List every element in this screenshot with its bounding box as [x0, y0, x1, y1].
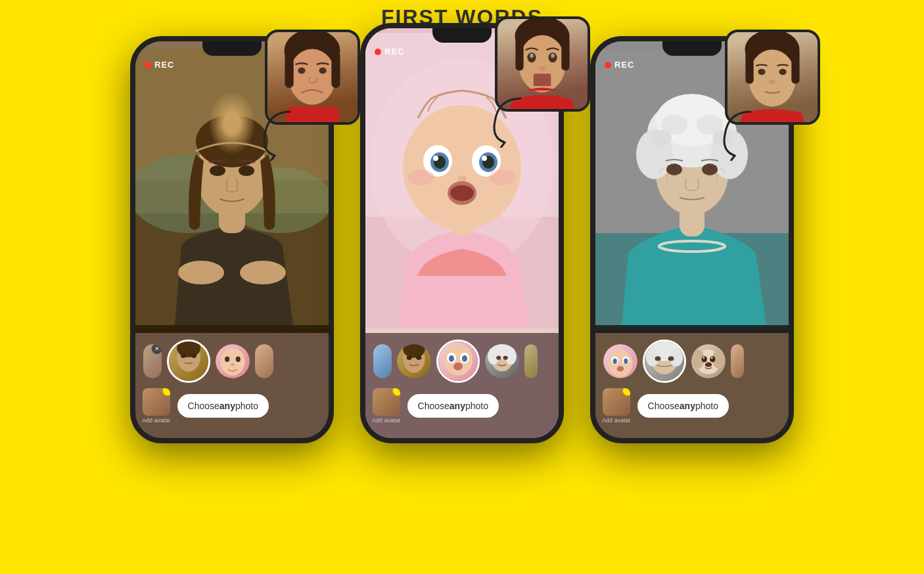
rec-dot-left [145, 62, 151, 68]
svg-point-112 [703, 357, 705, 359]
svg-point-35 [539, 66, 545, 72]
svg-point-34 [551, 53, 555, 58]
bottom-bar-right: Add avatar Choose any photo [595, 333, 789, 438]
svg-point-64 [462, 355, 467, 362]
thumb-baby-right[interactable] [603, 344, 637, 378]
avatar-img-right [603, 388, 630, 416]
thumbnails-row-center [372, 340, 552, 383]
rec-dot-center [375, 49, 381, 55]
svg-point-55 [490, 169, 516, 185]
svg-point-12 [178, 261, 224, 284]
svg-point-76 [758, 69, 765, 75]
thumb-partial-right-r[interactable] [731, 344, 744, 378]
add-avatar-row-right: Add avatar Choose any photo [602, 388, 782, 424]
bottom-bar-center: Add avatar Choose any photo [365, 333, 559, 438]
svg-point-73 [749, 49, 796, 106]
svg-point-49 [433, 156, 438, 161]
rec-indicator-center: REC [375, 47, 404, 56]
svg-rect-30 [561, 36, 569, 70]
add-avatar-row-center: Add avatar Choose any photo [372, 388, 552, 424]
phone-left-wrapper: REC [130, 36, 334, 443]
thumb-queen-active-right[interactable] [643, 340, 686, 383]
thumb-person-partial[interactable]: ✕ [143, 344, 162, 378]
svg-rect-75 [791, 49, 799, 83]
svg-point-54 [408, 169, 434, 185]
svg-rect-29 [515, 36, 523, 70]
thumb-mona-center[interactable] [397, 344, 431, 378]
svg-point-58 [407, 356, 412, 360]
phone-center-wrapper: REC [360, 23, 564, 443]
thumb-dog-right[interactable] [691, 344, 726, 378]
add-avatar-btn-left[interactable]: Add avatar [142, 388, 171, 424]
thumb-partial-right[interactable] [255, 344, 273, 378]
choose-photo-btn-right[interactable]: Choose any photo [637, 394, 729, 418]
svg-point-50 [482, 156, 487, 161]
svg-point-33 [530, 53, 534, 58]
svg-point-71 [503, 356, 508, 360]
arrow-center [485, 95, 531, 150]
svg-point-114 [705, 363, 712, 367]
thumb-queen-center[interactable] [485, 344, 519, 378]
phone-notch-right [662, 41, 722, 56]
thumb-baby[interactable] [216, 344, 250, 378]
rec-indicator-left: REC [145, 60, 174, 70]
choose-photo-text-center: Choose [418, 401, 450, 411]
avatar-img-left [143, 388, 170, 416]
svg-rect-37 [534, 74, 551, 86]
svg-point-22 [191, 354, 196, 358]
add-avatar-btn-right[interactable]: Add avatar [602, 388, 631, 424]
thumb-partial-right-center[interactable] [524, 344, 538, 378]
svg-point-51 [457, 175, 467, 182]
bottom-bar-left: ✕ [135, 333, 329, 438]
svg-point-26 [231, 363, 235, 366]
svg-point-70 [496, 356, 501, 360]
svg-point-95 [608, 349, 632, 377]
svg-point-21 [181, 354, 186, 358]
choose-photo-bold-right: any [680, 401, 695, 411]
rec-text-left: REC [154, 60, 174, 70]
svg-rect-74 [745, 49, 753, 83]
phones-container: REC [0, 30, 924, 443]
choose-photo-btn-center[interactable]: Choose any photo [407, 394, 499, 418]
close-badge[interactable]: ✕ [151, 344, 162, 355]
choose-photo-suffix-left: photo [235, 401, 258, 411]
svg-point-17 [210, 166, 225, 176]
phone-notch-left [202, 41, 262, 56]
svg-point-91 [651, 130, 672, 146]
choose-photo-bold-left: any [219, 401, 235, 411]
svg-point-53 [450, 185, 474, 201]
phone-right-wrapper: REC [590, 36, 794, 443]
svg-point-113 [711, 357, 713, 359]
svg-point-105 [655, 357, 661, 361]
thumbnails-row-left: ✕ [142, 340, 322, 383]
rec-dot-right [605, 62, 611, 68]
choose-photo-suffix-right: photo [695, 401, 718, 411]
thumb-mona-active[interactable] [167, 340, 210, 383]
arrow-right [715, 108, 761, 164]
svg-rect-3 [331, 51, 340, 88]
choose-photo-btn-left[interactable]: Choose any photo [177, 394, 269, 418]
svg-point-65 [453, 363, 463, 370]
svg-point-18 [239, 166, 254, 176]
thumbnails-row-right [602, 340, 782, 383]
thumb-baby-active-center[interactable] [436, 340, 480, 383]
add-avatar-btn-center[interactable]: Add avatar [372, 388, 401, 424]
rec-text-center: REC [384, 47, 404, 56]
add-avatar-row-left: Add avatar Choose any photo [142, 388, 322, 424]
svg-point-1 [289, 49, 336, 105]
svg-point-59 [416, 356, 421, 360]
choose-photo-text-left: Choose [188, 401, 219, 411]
choose-photo-text-right: Choose [648, 401, 680, 411]
svg-point-63 [449, 355, 454, 362]
phone-notch-center [432, 28, 492, 43]
svg-rect-2 [285, 51, 293, 88]
svg-point-4 [298, 68, 305, 74]
thumb-person-center[interactable] [373, 344, 392, 378]
svg-point-24 [225, 357, 229, 362]
choose-photo-bold-center: any [450, 401, 465, 411]
svg-point-94 [702, 164, 718, 175]
svg-point-77 [779, 69, 786, 75]
arrow-left [255, 108, 301, 164]
svg-point-100 [617, 366, 624, 371]
svg-point-13 [240, 261, 286, 284]
